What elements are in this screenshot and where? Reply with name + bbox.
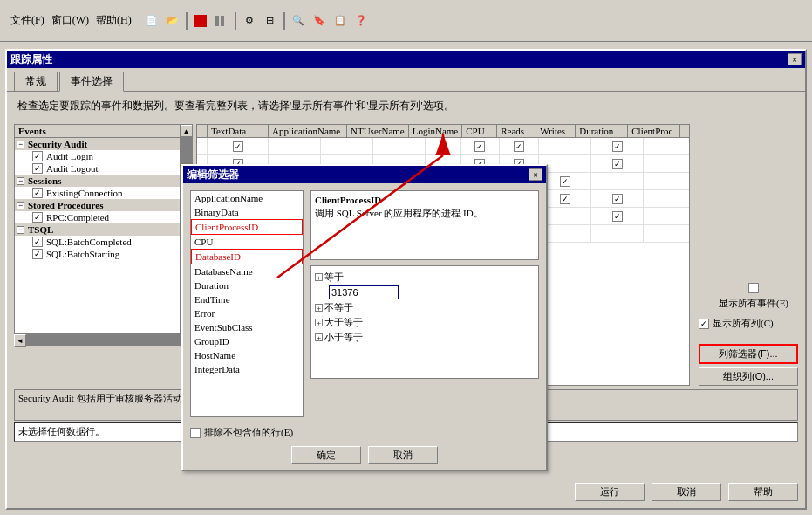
col-header-ntuser: NTUserName: [347, 125, 409, 137]
cell-0-6[interactable]: [500, 138, 539, 154]
filter-columns-list[interactable]: ApplicationName BinaryData ClientProcess…: [190, 190, 304, 417]
filter-tree[interactable]: + 等于 + 不等于 + 大于等于 +: [310, 265, 539, 379]
checkbox-show-all-events[interactable]: [748, 283, 759, 293]
cell-0-5[interactable]: [461, 138, 500, 154]
scroll-up-btn[interactable]: ▲: [181, 125, 193, 137]
menu-help[interactable]: 帮助(H): [96, 13, 132, 28]
checkbox-audit-login[interactable]: [32, 151, 43, 161]
filter-col-endtime[interactable]: EndTime: [191, 292, 303, 306]
separator2: [235, 12, 236, 30]
window-close-btn[interactable]: ×: [788, 53, 802, 65]
collapse-tsql-btn[interactable]: −: [17, 226, 24, 234]
grid-check-1-client[interactable]: [612, 159, 623, 169]
filter-col-duration[interactable]: Duration: [191, 278, 303, 292]
scroll-left-btn[interactable]: ◄: [14, 334, 26, 347]
cell-5-8[interactable]: [591, 225, 644, 242]
col-header-appname: ApplicationName: [269, 125, 347, 137]
filter-value-input[interactable]: [329, 285, 399, 299]
filter-col-groupid[interactable]: GroupID: [191, 334, 303, 348]
filter-col-clientprocessid[interactable]: ClientProcessID: [191, 219, 303, 235]
item-sql-batch-completed: SQL:BatchCompleted: [15, 236, 180, 248]
checkbox-sql-batch-starting[interactable]: [32, 249, 43, 259]
bookmark-btn[interactable]: 🔖: [310, 11, 329, 31]
grid-check-3-client[interactable]: [612, 194, 623, 204]
new-btn[interactable]: 📄: [142, 11, 161, 31]
pause-btn[interactable]: [212, 11, 231, 31]
checkbox-sql-batch-completed[interactable]: [32, 237, 43, 247]
tree-item-value[interactable]: [315, 285, 535, 300]
filter-col-binarydata[interactable]: BinaryData: [191, 205, 303, 219]
cell-1-8[interactable]: [591, 155, 644, 172]
tree-item-notequal[interactable]: + 不等于: [315, 300, 535, 315]
dialog-close-btn[interactable]: ×: [529, 168, 542, 181]
filter-col-hostname[interactable]: HostName: [191, 348, 303, 362]
filter-col-databaseid[interactable]: DatabaseID: [191, 249, 303, 264]
cell-0-4[interactable]: [426, 138, 461, 154]
filter-col-cpu[interactable]: CPU: [191, 235, 303, 249]
filter-col-appname[interactable]: ApplicationName: [191, 191, 303, 205]
grid-check-writes[interactable]: [514, 141, 524, 152]
toolbar-icons: 📄 📂 ⚙ ⊞ 🔍 🔖 📋 ❓: [140, 10, 372, 32]
tree-item-equal[interactable]: + 等于: [315, 270, 535, 285]
item-sql-batch-starting: SQL:BatchStarting: [15, 248, 180, 260]
checkbox-exclude[interactable]: [190, 428, 201, 438]
filter-btn[interactable]: 🔍: [289, 11, 308, 31]
cell-0-3[interactable]: [373, 138, 426, 154]
horiz-track[interactable]: [26, 334, 181, 346]
cell-3-8[interactable]: [591, 190, 644, 207]
collapse-security-btn[interactable]: −: [17, 141, 24, 148]
cell-0-2[interactable]: [321, 138, 373, 154]
cell-0-1[interactable]: [269, 138, 321, 154]
group-stored-label: Stored Procedures: [28, 200, 103, 210]
checkbox-rpc[interactable]: [32, 212, 43, 223]
help-btn[interactable]: 帮助: [728, 483, 798, 501]
tree-expand-equal[interactable]: +: [315, 273, 323, 281]
collapse-sessions-btn[interactable]: −: [17, 177, 24, 185]
tree-expand-gte[interactable]: +: [315, 319, 323, 326]
cell-0-0[interactable]: [208, 138, 269, 154]
organize-columns-btn[interactable]: 组织列(O)...: [699, 367, 798, 386]
menu-file[interactable]: 文件(F): [10, 13, 44, 28]
grid-btn[interactable]: ⊞: [261, 11, 280, 31]
events-horiz-scroll[interactable]: ◄ ►: [14, 333, 193, 346]
tab-event-selection[interactable]: 事件选择: [59, 72, 124, 92]
checkbox-audit-logout[interactable]: [32, 163, 43, 174]
filter-col-integerdata[interactable]: IntegerData: [191, 362, 303, 376]
dialog-cancel-btn[interactable]: 取消: [368, 446, 438, 464]
item-audit-logout: Audit Logout: [15, 162, 180, 175]
filter-col-eventsubclass[interactable]: EventSubClass: [191, 320, 303, 334]
stop-btn[interactable]: [191, 11, 210, 31]
cell-2-8[interactable]: [591, 173, 644, 189]
checkbox-existing-conn[interactable]: [32, 188, 43, 198]
cell-0-7[interactable]: [539, 138, 591, 154]
checkbox-show-all-columns[interactable]: [699, 319, 709, 329]
tree-item-gte[interactable]: + 大于等于: [315, 315, 535, 330]
open-btn[interactable]: 📂: [163, 11, 182, 31]
tree-item-lte[interactable]: + 小于等于: [315, 330, 535, 345]
cell-0-8[interactable]: [591, 138, 644, 154]
grid-check-client[interactable]: [612, 141, 623, 152]
props-btn[interactable]: ⚙: [240, 11, 259, 31]
grid-check-2-dur[interactable]: [560, 176, 570, 187]
filter-col-databasename[interactable]: DatabaseName: [191, 264, 303, 278]
row-expand-0[interactable]: [197, 138, 208, 154]
grid-check-3-dur[interactable]: [560, 194, 570, 204]
filter-col-error[interactable]: Error: [191, 306, 303, 320]
cell-4-8[interactable]: [591, 208, 644, 224]
run-btn[interactable]: 运行: [575, 483, 645, 501]
cancel-btn[interactable]: 取消: [652, 483, 721, 501]
tree-expand-lte[interactable]: +: [315, 333, 323, 341]
tab-general[interactable]: 常规: [14, 72, 58, 91]
dialog-ok-btn[interactable]: 确定: [291, 446, 361, 464]
grid-check-reads[interactable]: [474, 141, 485, 152]
show-all-columns-row: 显示所有列(C): [699, 317, 798, 330]
column-filter-btn[interactable]: 列筛选器(F)...: [699, 344, 798, 364]
tree-expand-notequal[interactable]: +: [315, 304, 323, 312]
collapse-stored-btn[interactable]: −: [17, 202, 24, 209]
menu-window[interactable]: 窗口(W): [51, 13, 89, 28]
grid-check-4-client[interactable]: [612, 211, 623, 222]
extra-btn[interactable]: 📋: [331, 11, 350, 31]
help2-btn[interactable]: ❓: [351, 11, 371, 31]
window-title: 跟踪属性: [10, 52, 788, 67]
grid-checkbox[interactable]: [233, 141, 243, 152]
